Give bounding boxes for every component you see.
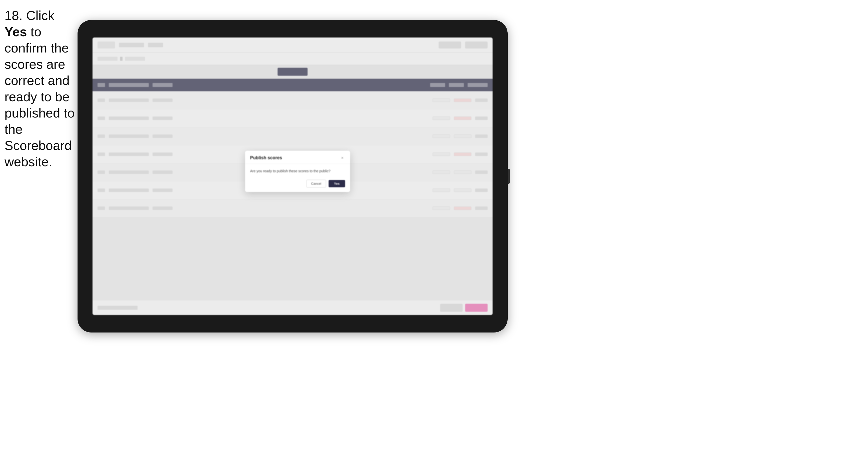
publish-scores-dialog: Publish scores × Are you ready to publis… [245,151,350,192]
tablet-screen: Publish scores × Are you ready to publis… [93,37,493,315]
cancel-button[interactable]: Cancel [306,180,326,187]
tablet-frame: Publish scores × Are you ready to publis… [78,20,508,333]
tablet-side-button [508,169,510,184]
instruction-suffix: to confirm the scores are correct and re… [4,25,74,169]
instruction-text: 18. Click Yes to confirm the scores are … [4,7,77,170]
dialog-title: Publish scores [250,155,282,160]
dialog-body: Are you ready to publish these scores to… [245,164,350,177]
step-number: 18. [4,8,23,23]
instruction-prefix: Click [23,8,54,23]
dialog-message: Are you ready to publish these scores to… [250,169,330,173]
dialog-header: Publish scores × [245,151,350,164]
dialog-footer: Cancel Yes [245,177,350,192]
dialog-overlay: Publish scores × Are you ready to publis… [93,37,493,315]
dialog-close-button[interactable]: × [340,155,345,161]
yes-emphasis: Yes [4,25,27,39]
yes-button[interactable]: Yes [329,180,345,187]
